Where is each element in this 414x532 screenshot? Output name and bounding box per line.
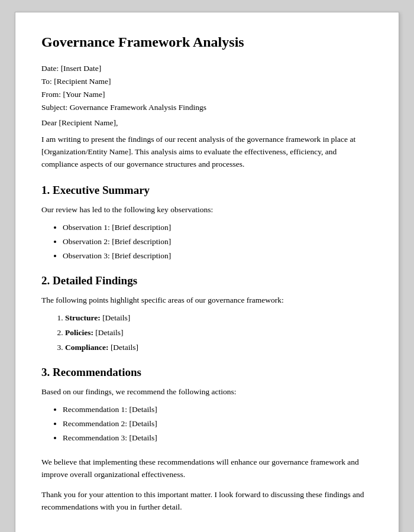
intro-paragraph: I am writing to present the findings of … (41, 134, 373, 171)
list-item: Recommendation 3: [Details] (63, 432, 373, 444)
section-1-intro: Our review has led to the following key … (41, 204, 373, 216)
section-3-heading: 3. Recommendations (41, 366, 373, 379)
to-line: To: [Recipient Name] (41, 77, 373, 86)
list-item: Policies: [Details] (65, 327, 373, 339)
section-2-intro: The following points highlight specific … (41, 294, 373, 306)
section-recommendations: 3. Recommendations Based on our findings… (41, 366, 373, 445)
list-item: Compliance: [Details] (65, 342, 373, 354)
document-title: Governance Framework Analysis (41, 34, 373, 51)
list-item: Structure: [Details] (65, 312, 373, 325)
section-3-intro: Based on our findings, we recommend the … (41, 386, 373, 398)
section-1-heading: 1. Executive Summary (41, 184, 373, 197)
section-2-heading: 2. Detailed Findings (41, 274, 373, 287)
section-2-list: Structure: [Details] Policies: [Details]… (41, 312, 373, 354)
list-item-bold: Policies: (65, 328, 93, 337)
closing-paragraph-1: We believe that implementing these recom… (41, 456, 373, 481)
from-value: [Your Name] (63, 90, 105, 99)
list-item: Observation 2: [Brief description] (63, 236, 373, 248)
list-item-bold: Compliance: (65, 343, 109, 352)
date-value: [Insert Date] (61, 64, 102, 73)
subject-value: Governance Framework Analysis Findings (70, 103, 206, 112)
from-line: From: [Your Name] (41, 90, 373, 99)
from-label: From: (41, 90, 61, 99)
date-line: Date: [Insert Date] (41, 64, 373, 73)
closing-paragraph-2: Thank you for your attention to this imp… (41, 489, 373, 514)
list-item-bold: Structure: (65, 313, 101, 322)
list-item: Recommendation 2: [Details] (63, 418, 373, 430)
subject-label: Subject: (41, 103, 67, 112)
list-item: Recommendation 1: [Details] (63, 404, 373, 416)
section-3-list: Recommendation 1: [Details] Recommendati… (41, 404, 373, 445)
subject-line: Subject: Governance Framework Analysis F… (41, 103, 373, 112)
list-item: Observation 1: [Brief description] (63, 222, 373, 233)
section-detailed-findings: 2. Detailed Findings The following point… (41, 274, 373, 354)
list-item: Observation 3: [Brief description] (63, 250, 373, 262)
section-1-list: Observation 1: [Brief description] Obser… (41, 222, 373, 262)
document-container: Governance Framework Analysis Date: [Ins… (15, 12, 399, 532)
to-value: [Recipient Name] (54, 77, 111, 86)
date-label: Date: (41, 64, 59, 73)
to-label: To: (41, 77, 52, 86)
section-executive-summary: 1. Executive Summary Our review has led … (41, 184, 373, 262)
salutation: Dear [Recipient Name], (41, 118, 373, 128)
